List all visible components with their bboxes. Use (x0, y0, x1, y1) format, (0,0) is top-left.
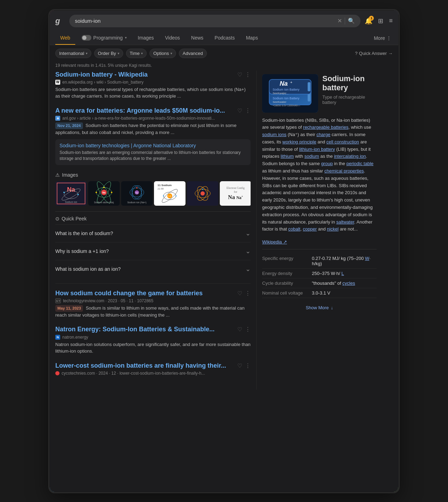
svg-text:+: + (290, 80, 292, 84)
svg-text:Na: Na (67, 186, 75, 193)
svg-text:+18650 3.0V 1300mAh—: +18650 3.0V 1300mAh— (273, 104, 300, 107)
result-2-save-button[interactable]: ♡ (237, 107, 242, 114)
image-thumb-2[interactable]: Na Sodium atom (Na) (88, 181, 120, 206)
result-3-site-icon: S T (55, 298, 61, 303)
result-5-title[interactable]: Lower-cost sodium-ion batteries are fina… (55, 362, 226, 370)
clear-icon[interactable]: ✕ (337, 17, 342, 24)
filter-options[interactable]: Options ▾ (149, 49, 176, 58)
grid-button[interactable]: ⊞ (378, 17, 383, 25)
kp-link-cobalt[interactable]: cobalt (288, 226, 300, 232)
filter-time[interactable]: Time ▾ (126, 49, 147, 58)
result-2-sub-snippet: Sodium-ion batteries are an emerging com… (59, 150, 246, 162)
result-2-sub-title[interactable]: Sodium-ion battery technologies | Argonn… (59, 143, 246, 148)
spec-link-cycles[interactable]: cycles (342, 281, 355, 286)
spec-link-l[interactable]: L (342, 271, 344, 276)
kagi-logo: g (55, 16, 65, 26)
search-input[interactable] (75, 18, 335, 24)
result-5-actions: ♡ ⋮ (237, 362, 251, 369)
options-chevron-icon: ▾ (170, 51, 172, 55)
result-5-more-button[interactable]: ⋮ (245, 362, 251, 369)
separator-1 (55, 283, 251, 284)
kp-link-sodium[interactable]: sodium (304, 154, 319, 159)
result-3-more-button[interactable]: ⋮ (245, 290, 251, 297)
kp-link-working[interactable]: working principle (282, 139, 316, 144)
kp-link-chemical[interactable]: chemical properties (324, 168, 364, 174)
faq-item-2[interactable]: Why is sodium a +1 ion? ⌄ (55, 242, 251, 260)
result-4-more-button[interactable]: ⋮ (245, 326, 251, 333)
spec-row-voltage: Nominal cell voltage 3.0-3.1 V (262, 288, 377, 298)
kp-link-charge[interactable]: charge (316, 132, 330, 137)
result-2: A new era for batteries: Argonne leads $… (55, 107, 251, 165)
menu-button[interactable]: ≡ (389, 17, 393, 24)
tab-web[interactable]: Web (55, 31, 75, 45)
filter-order-by[interactable]: Order By ▾ (94, 49, 123, 58)
kp-title-block: Sodium-ionbattery Type of rechargeable b… (322, 74, 377, 105)
svg-point-5 (77, 194, 79, 195)
search-icon[interactable]: 🔍 (348, 17, 355, 24)
knowledge-panel: Na + Sodium Ion Battery SeeKwater +18650… (256, 71, 382, 390)
spec-link-w[interactable]: W (365, 256, 369, 261)
kp-link-group[interactable]: group (321, 161, 332, 166)
svg-text:Na: Na (135, 192, 138, 194)
tab-programming[interactable]: Programming ▾ (77, 31, 132, 45)
result-2-more-button[interactable]: ⋮ (245, 107, 251, 114)
result-2-title[interactable]: A new era for batteries: Argonne leads $… (55, 107, 225, 115)
kp-link-lib[interactable]: lithium-ion battery (299, 147, 335, 152)
svg-text:SeeKwater: SeeKwater (273, 92, 286, 95)
result-3-actions: ♡ ⋮ (237, 290, 251, 297)
image-thumb-6[interactable]: Electron Config for Na Na+ (220, 181, 251, 206)
kp-link-rechargeable[interactable]: rechargeable batteries (303, 125, 348, 130)
filter-international[interactable]: International ▾ (55, 49, 91, 58)
result-1-url: W en.wikipedia.org › wiki › Sodium-ion_b… (55, 80, 251, 85)
kp-image-container: Na + Sodium Ion Battery SeeKwater +18650… (262, 74, 377, 113)
programming-toggle[interactable] (82, 35, 91, 41)
result-4-title[interactable]: Natron Energy: Sodium-Ion Batteries & Su… (55, 325, 215, 333)
tab-news[interactable]: News (186, 31, 208, 45)
more-tabs-button[interactable]: More ⋮ (372, 32, 393, 44)
result-3-title[interactable]: How sodium could change the game for bat… (55, 289, 203, 297)
image-thumb-5[interactable] (187, 181, 218, 206)
result-4-save-button[interactable]: ♡ (237, 326, 242, 333)
svg-point-16 (103, 187, 105, 188)
result-3-save-button[interactable]: ♡ (237, 290, 242, 297)
faq-question-2: Why is sodium a +1 ion? (55, 248, 109, 254)
result-3-snippet: May 11, 2023 Sodium is similar to lithiu… (55, 305, 251, 318)
kp-link-saltwater[interactable]: saltwater (336, 219, 354, 225)
faq-item-3[interactable]: What is sodium ion as an ion? ⌄ (55, 260, 251, 278)
kp-link-intercalating[interactable]: intercalating ion (334, 154, 366, 159)
show-more-button[interactable]: Show More ↓ (262, 302, 377, 313)
notification-button[interactable]: 🔔 1 (365, 17, 372, 25)
image-thumb-4[interactable]: 11 Sodium 22.99 11 (154, 181, 186, 206)
spec-value-cycle: "thousands" of cycles (312, 281, 355, 286)
faq-chevron-1-icon: ⌄ (245, 229, 251, 237)
tab-videos[interactable]: Videos (160, 31, 185, 45)
kp-subtitle: Type of rechargeable battery (322, 94, 377, 105)
svg-text:Na: Na (280, 80, 288, 87)
kp-wikipedia-link[interactable]: Wikipedia ↗ (262, 239, 287, 245)
tab-podcasts[interactable]: Podcasts (210, 31, 240, 45)
search-bar[interactable]: ✕ 🔍 (69, 15, 360, 27)
kp-link-nickel[interactable]: nickel (327, 226, 338, 232)
kp-link-sodium-ions[interactable]: sodium ions (262, 132, 286, 137)
image-thumb-1[interactable]: Na Sodium ion (55, 181, 87, 206)
result-5-save-button[interactable]: ♡ (237, 362, 242, 369)
result-1-save-button[interactable]: ♡ (237, 71, 242, 78)
kp-link-periodic[interactable]: periodic table (346, 161, 373, 166)
faq-item-1[interactable]: What is the ion of sodium? ⌄ (55, 224, 251, 242)
tab-images[interactable]: Images (133, 31, 159, 45)
quick-answer-link[interactable]: ? Quick Answer → (355, 51, 393, 56)
kp-link-lithium[interactable]: lithium (281, 154, 294, 159)
result-4-header: Natron Energy: Sodium-Ion Batteries & Su… (55, 325, 251, 333)
tab-maps[interactable]: Maps (241, 31, 263, 45)
svg-text:11 Sodium: 11 Sodium (158, 184, 172, 187)
result-2-snippet: Nov 21, 2024 Sodium-ion batteries have t… (55, 122, 251, 136)
kp-link-copper[interactable]: copper (303, 226, 317, 232)
notification-badge: 1 (369, 16, 374, 21)
kp-link-cell[interactable]: cell construction (327, 139, 359, 144)
image-thumb-3[interactable]: Na Sodium ion (Na+) (121, 181, 153, 206)
filter-advanced[interactable]: Advanced (179, 49, 207, 58)
result-2-sub-result: Sodium-ion battery technologies | Argonn… (55, 139, 251, 165)
result-1-title[interactable]: Sodium-ion battery - Wikipedia (55, 71, 148, 79)
result-1-more-button[interactable]: ⋮ (245, 71, 251, 78)
svg-point-40 (202, 189, 203, 190)
